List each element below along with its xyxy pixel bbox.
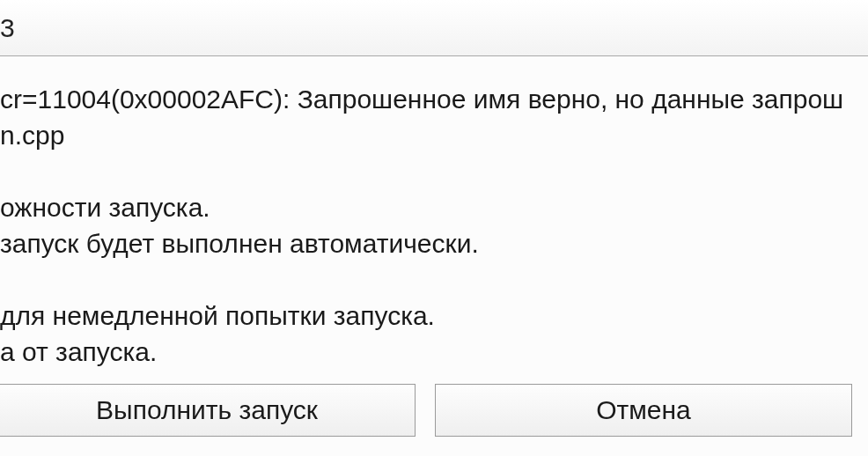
message-line: ожности запуска.: [0, 189, 868, 225]
message-line: n.cpp: [0, 117, 868, 153]
window-title: 3: [0, 13, 15, 43]
message-line: cr=11004(0x00002AFC): Запрошенное имя ве…: [0, 81, 868, 117]
dialog-message: cr=11004(0x00002AFC): Запрошенное имя ве…: [0, 56, 868, 370]
message-line: а от запуска.: [0, 334, 868, 370]
message-line: для немедленной попытки запуска.: [0, 298, 868, 334]
message-line: запуск будет выполнен автоматически.: [0, 225, 868, 261]
window-titlebar: 3: [0, 0, 868, 56]
cancel-button[interactable]: Отмена: [435, 384, 852, 437]
execute-launch-button[interactable]: Выполнить запуск: [0, 384, 416, 437]
button-row: Выполнить запуск Отмена: [0, 384, 868, 437]
